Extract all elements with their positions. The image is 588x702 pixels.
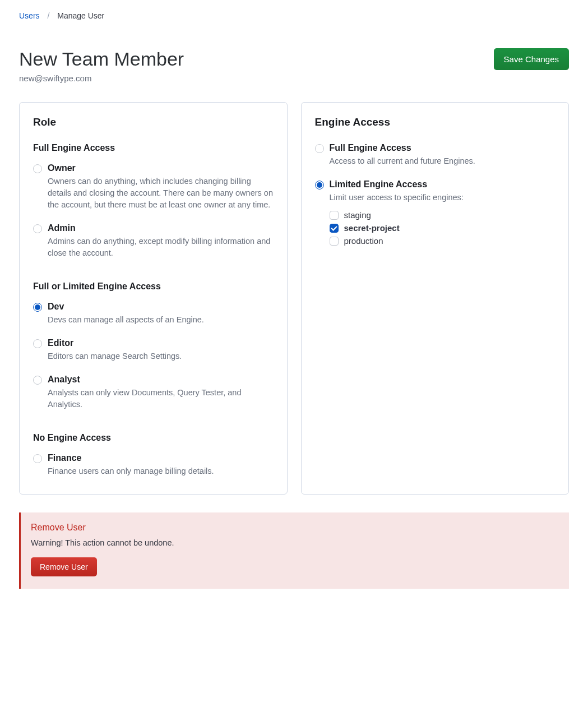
breadcrumb-current: Manage User [57,11,104,20]
checkbox-icon[interactable] [330,211,339,220]
role-radio-analyst[interactable] [33,376,42,385]
role-label-finance[interactable]: Finance [48,453,274,463]
remove-user-button[interactable]: Remove User [31,557,97,576]
role-label-dev[interactable]: Dev [48,302,274,312]
breadcrumb: Users / Manage User [19,11,569,20]
role-desc-admin: Admins can do anything, except modify bi… [48,235,274,259]
role-label-editor[interactable]: Editor [48,338,274,348]
page-subtitle: new@swiftype.com [19,73,184,83]
danger-title: Remove User [31,523,559,533]
access-desc-full: Access to all current and future Engines… [330,155,555,167]
role-desc-dev: Devs can manage all aspects of an Engine… [48,314,274,326]
role-radio-editor[interactable] [33,339,42,348]
role-label-admin[interactable]: Admin [48,223,274,233]
engine-access-title: Engine Access [315,116,555,128]
role-radio-finance[interactable] [33,454,42,463]
danger-warning: Warning! This action cannot be undone. [31,538,559,547]
role-desc-editor: Editors can manage Search Settings. [48,350,274,362]
engine-label: secret-project [344,223,400,233]
role-group-limited-heading: Full or Limited Engine Access [33,281,274,292]
checkbox-icon[interactable] [330,237,339,246]
danger-zone: Remove User Warning! This action cannot … [19,512,569,589]
engine-check-secret-project[interactable]: secret-project [330,223,555,233]
breadcrumb-separator: / [47,11,49,20]
access-radio-full[interactable] [315,144,324,153]
role-radio-admin[interactable] [33,224,42,233]
checkbox-icon[interactable] [330,224,339,233]
save-button[interactable]: Save Changes [494,48,569,70]
engine-label: production [344,236,383,246]
role-desc-owner: Owners can do anything, which includes c… [48,176,274,211]
engine-access-panel: Engine Access Full Engine Access Access … [301,102,570,495]
access-radio-limited[interactable] [315,181,324,190]
role-radio-dev[interactable] [33,303,42,312]
role-panel-title: Role [33,116,274,128]
role-desc-analyst: Analysts can only view Documents, Query … [48,387,274,410]
page-title: New Team Member [19,48,184,70]
role-radio-owner[interactable] [33,164,42,173]
role-label-owner[interactable]: Owner [48,163,274,173]
role-group-none-heading: No Engine Access [33,433,274,443]
access-label-full[interactable]: Full Engine Access [330,143,555,153]
engine-label: staging [344,210,371,220]
engine-check-production[interactable]: production [330,236,555,246]
access-label-limited[interactable]: Limited Engine Access [330,179,555,190]
role-panel: Role Full Engine Access Owner Owners can… [19,102,288,495]
role-desc-finance: Finance users can only manage billing de… [48,465,274,477]
role-label-analyst[interactable]: Analyst [48,375,274,385]
role-group-full-heading: Full Engine Access [33,143,274,153]
access-desc-limited: Limit user access to specific engines: [330,192,555,204]
breadcrumb-parent-link[interactable]: Users [19,11,40,20]
engine-check-staging[interactable]: staging [330,210,555,220]
